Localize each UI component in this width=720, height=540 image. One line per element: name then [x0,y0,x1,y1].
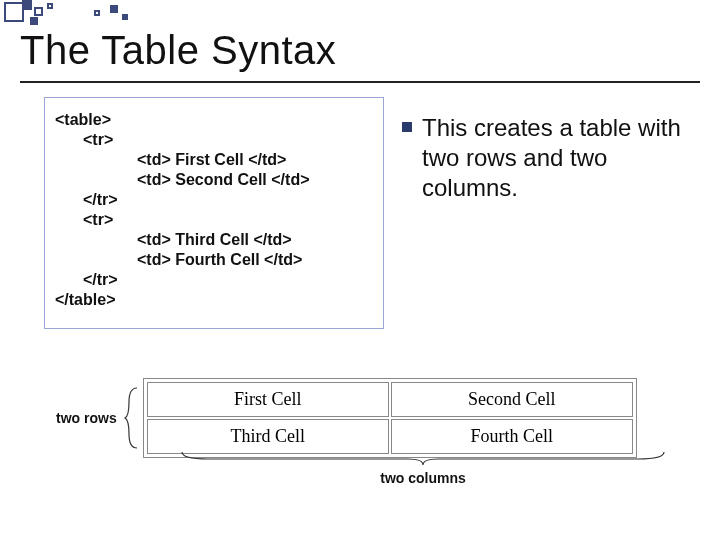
code-line: <td> Second Cell </td> [55,170,373,190]
square-bullet-icon [402,122,412,132]
table-cell: Fourth Cell [391,419,633,454]
code-line: <tr> [55,130,373,150]
brace-vertical-icon [123,386,137,450]
bullet-item: This creates a table with two rows and t… [402,113,700,203]
code-line: <td> Third Cell </td> [55,230,373,250]
bullet-text: This creates a table with two rows and t… [422,113,700,203]
table-row: Third Cell Fourth Cell [147,419,633,454]
code-line: </tr> [55,190,373,210]
code-line: </table> [55,290,373,310]
code-line: </tr> [55,270,373,290]
table-cell: Second Cell [391,382,633,417]
cols-label: two columns [178,470,668,486]
table-row: First Cell Second Cell [147,382,633,417]
brace-horizontal-icon [178,450,668,466]
code-line: <table> [55,110,373,130]
table-cell: Third Cell [147,419,389,454]
slide-title: The Table Syntax [20,28,700,73]
table-cell: First Cell [147,382,389,417]
code-example-box: <table> <tr> <td> First Cell </td> <td> … [44,97,384,329]
rows-label: two rows [56,410,117,426]
demo-table: First Cell Second Cell Third Cell Fourth… [143,378,637,458]
code-line: <td> First Cell </td> [55,150,373,170]
corner-decoration [0,0,140,28]
code-line: <td> Fourth Cell </td> [55,250,373,270]
code-line: <tr> [55,210,373,230]
